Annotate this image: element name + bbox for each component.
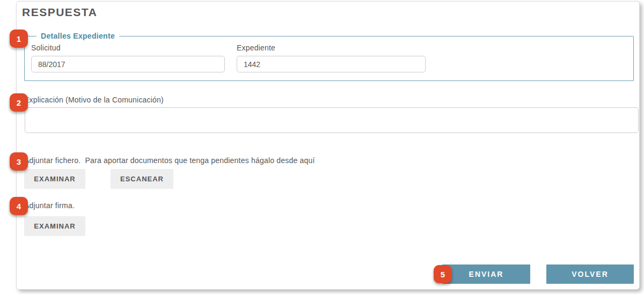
- adjuntar-firma-label: Adjuntar firma.: [24, 201, 75, 210]
- examinar-firma-button[interactable]: EXAMINAR: [24, 216, 85, 236]
- detalles-fields-row: Solicitud Expediente: [31, 43, 633, 72]
- examinar-fichero-button[interactable]: EXAMINAR: [24, 169, 85, 189]
- step-badge-2: 2: [10, 93, 28, 112]
- escanear-button[interactable]: ESCANEAR: [111, 169, 173, 189]
- step-badge-3: 3: [10, 152, 28, 171]
- adjuntar-fichero-label: Adjuntar fichero. Para aportar documento…: [24, 156, 315, 165]
- expediente-input[interactable]: [237, 56, 426, 72]
- detalles-expediente-legend: Detalles Expediente: [36, 32, 119, 40]
- page: RESPUESTA 1 2 3 4 5 Detalles Expediente …: [0, 0, 644, 294]
- enviar-button[interactable]: ENVIAR: [442, 264, 530, 284]
- detalles-expediente-fieldset: Detalles Expediente Solicitud Expediente: [24, 32, 634, 81]
- solicitud-label: Solicitud: [31, 43, 225, 52]
- solicitud-field-group: Solicitud: [31, 43, 225, 72]
- expediente-field-group: Expediente: [237, 43, 426, 72]
- volver-button[interactable]: VOLVER: [546, 264, 634, 284]
- step-badge-4: 4: [10, 197, 28, 215]
- expediente-label: Expediente: [237, 43, 426, 52]
- explicacion-textarea[interactable]: [25, 107, 639, 133]
- solicitud-input[interactable]: [31, 56, 225, 72]
- step-badge-5: 5: [434, 265, 452, 283]
- page-title: RESPUESTA: [22, 6, 97, 19]
- form-card: RESPUESTA 1 2 3 4 5 Detalles Expediente …: [16, 1, 640, 290]
- explicacion-label: Explicación (Motivo de la Comunicación): [24, 95, 164, 104]
- step-badge-1: 1: [10, 30, 28, 48]
